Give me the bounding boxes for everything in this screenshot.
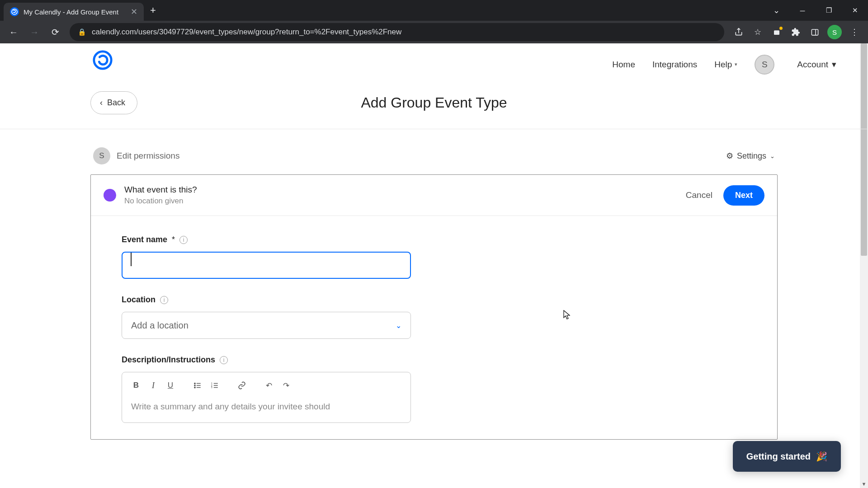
gear-icon: ⚙ — [726, 151, 733, 161]
nav-help-label: Help — [714, 60, 732, 70]
bold-icon[interactable]: B — [128, 378, 144, 393]
nav-home[interactable]: Home — [612, 60, 635, 70]
svg-rect-2 — [811, 29, 818, 35]
chevron-down-icon: ▾ — [832, 59, 836, 70]
user-avatar[interactable]: S — [755, 55, 774, 75]
link-icon[interactable] — [234, 378, 250, 393]
party-popper-icon: 🎉 — [816, 451, 827, 462]
info-icon[interactable]: i — [160, 296, 168, 304]
browser-menu-icon[interactable]: ⋮ — [845, 23, 863, 41]
tabs-dropdown-icon[interactable]: ⌄ — [763, 0, 789, 21]
extensions-puzzle-icon[interactable] — [787, 23, 805, 41]
location-select[interactable]: Add a location ⌄ — [122, 312, 411, 339]
browser-tab[interactable]: My Calendly - Add Group Event ✕ — [4, 3, 144, 21]
underline-icon[interactable]: U — [163, 378, 178, 393]
svg-point-9 — [194, 387, 195, 388]
scrollbar-down-arrow-icon[interactable]: ▼ — [860, 480, 868, 488]
settings-dropdown[interactable]: ⚙ Settings ⌄ — [726, 151, 775, 161]
side-panel-icon[interactable] — [806, 23, 824, 41]
chevron-down-icon: ▾ — [735, 61, 737, 67]
share-icon[interactable] — [730, 23, 748, 41]
page-title: Add Group Event Type — [361, 94, 507, 111]
url-text: calendly.com/users/30497729/event_types/… — [92, 28, 716, 37]
minimize-window-icon[interactable]: ─ — [789, 0, 816, 21]
getting-started-widget[interactable]: Getting started 🎉 — [733, 441, 841, 472]
undo-icon[interactable]: ↶ — [261, 378, 277, 393]
chevron-down-icon: ⌄ — [396, 321, 401, 330]
event-color-dot — [104, 189, 116, 202]
chevron-down-icon: ⌄ — [770, 153, 775, 160]
forward-nav-icon: → — [25, 23, 43, 41]
nav-account[interactable]: Account ▾ — [797, 59, 836, 70]
svg-point-4 — [94, 52, 111, 69]
card-question: What event is this? — [124, 185, 197, 195]
settings-label: Settings — [737, 151, 766, 161]
svg-point-7 — [194, 385, 195, 386]
tab-close-icon[interactable]: ✕ — [131, 7, 137, 17]
nav-account-label: Account — [797, 60, 828, 70]
location-placeholder: Add a location — [131, 320, 189, 331]
permissions-avatar: S — [93, 147, 110, 164]
description-editor[interactable]: B I U 123 — [122, 372, 411, 423]
next-button[interactable]: Next — [723, 185, 764, 206]
reload-icon[interactable]: ⟳ — [46, 23, 64, 41]
location-label: Location — [122, 295, 156, 305]
getting-started-label: Getting started — [746, 451, 811, 462]
address-bar[interactable]: 🔒 calendly.com/users/30497729/event_type… — [70, 23, 724, 41]
back-button-label: Back — [107, 98, 125, 108]
nav-integrations[interactable]: Integrations — [652, 60, 697, 70]
bookmark-star-icon[interactable]: ☆ — [749, 23, 767, 41]
event-name-input[interactable] — [122, 252, 411, 279]
lock-icon: 🔒 — [78, 28, 86, 36]
event-name-label: Event name — [122, 235, 167, 244]
scrollbar-thumb[interactable] — [861, 43, 867, 256]
chevron-left-icon: ‹ — [100, 98, 103, 108]
description-placeholder: Write a summary and any details your inv… — [122, 399, 410, 422]
numbered-list-icon[interactable]: 123 — [207, 378, 222, 393]
close-window-icon[interactable]: ✕ — [842, 0, 868, 21]
info-icon[interactable]: i — [220, 356, 228, 364]
event-form-card: What event is this? No location given Ca… — [90, 174, 778, 440]
svg-point-5 — [194, 383, 195, 384]
redo-icon[interactable]: ↷ — [278, 378, 294, 393]
edit-permissions-link[interactable]: Edit permissions — [117, 151, 179, 161]
calendly-favicon — [10, 7, 19, 16]
browser-profile-avatar[interactable]: S — [827, 25, 842, 39]
back-nav-icon[interactable]: ← — [5, 23, 23, 41]
nav-help[interactable]: Help ▾ — [714, 60, 737, 70]
cancel-button[interactable]: Cancel — [686, 190, 712, 200]
info-icon[interactable]: i — [179, 236, 188, 244]
maximize-window-icon[interactable]: ❐ — [816, 0, 842, 21]
rte-toolbar: B I U 123 — [122, 372, 410, 399]
back-button[interactable]: ‹ Back — [90, 91, 137, 114]
bullet-list-icon[interactable] — [190, 378, 205, 393]
text-cursor — [131, 253, 132, 266]
tab-title: My Calendly - Add Group Event — [24, 8, 126, 16]
required-indicator: * — [172, 235, 175, 244]
italic-icon[interactable]: I — [146, 378, 161, 393]
card-subtitle: No location given — [124, 197, 197, 206]
description-label: Description/Instructions — [122, 355, 215, 365]
calendly-logo[interactable] — [92, 50, 113, 70]
new-tab-button[interactable]: + — [144, 5, 162, 16]
extension-badge-icon[interactable] — [768, 23, 786, 41]
svg-text:3: 3 — [211, 386, 212, 389]
svg-rect-1 — [774, 30, 779, 35]
